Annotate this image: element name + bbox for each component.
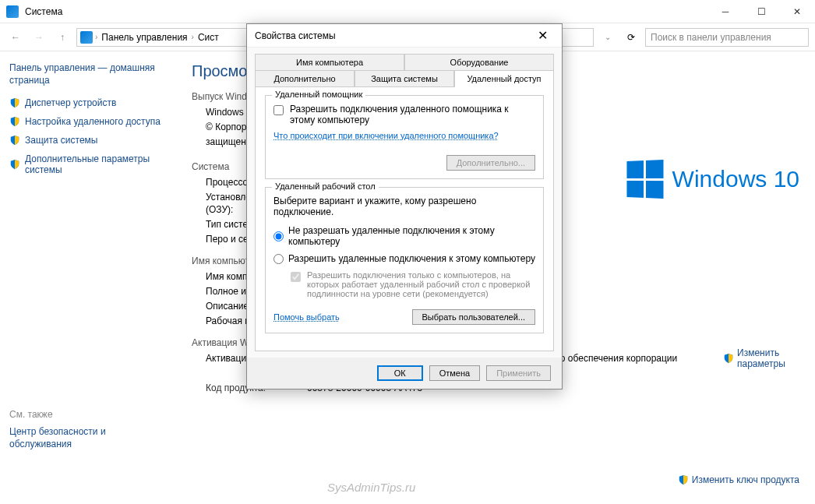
shield-icon	[9, 159, 20, 170]
sidebar-item-label: Дополнительные параметры системы	[25, 153, 161, 175]
remote-assistance-help-link[interactable]: Что происходит при включении удаленного …	[273, 131, 499, 140]
change-settings-link[interactable]: Изменить параметры	[723, 347, 799, 369]
chevron-right-icon: ›	[192, 33, 194, 41]
checkbox-label: Разрешить подключения только с компьютер…	[307, 270, 535, 298]
nla-checkbox: Разрешить подключения только с компьютер…	[291, 270, 535, 298]
back-button[interactable]: ←	[6, 28, 25, 47]
label: (ОЗУ):	[206, 204, 233, 215]
checkbox-input	[291, 272, 301, 282]
radio-label: Не разрешать удаленные подключения к это…	[288, 225, 535, 247]
sidebar-item-device-manager[interactable]: Диспетчер устройств	[9, 97, 161, 108]
dialog-title: Свойства системы	[255, 30, 531, 41]
checkbox-input[interactable]	[273, 105, 284, 115]
windows-logo: Windows 10	[626, 160, 799, 198]
checkbox-label: Разрешить подключения удаленного помощни…	[290, 104, 535, 125]
allow-remote-assistance-checkbox[interactable]: Разрешить подключения удаленного помощни…	[273, 104, 535, 125]
watermark: SysAdminTips.ru	[327, 481, 415, 494]
sidebar-item-label: Диспетчер устройств	[25, 97, 116, 108]
shield-icon	[723, 353, 734, 364]
group-title: Удаленный рабочий стол	[272, 182, 379, 191]
ok-button[interactable]: ОК	[377, 365, 423, 381]
shield-icon	[9, 97, 20, 108]
radio-input[interactable]	[273, 254, 284, 264]
sidebar-item-protection[interactable]: Защита системы	[9, 135, 161, 146]
chevron-right-icon: ›	[95, 33, 97, 41]
refresh-button[interactable]: ⟳	[622, 28, 640, 47]
radio-deny-remote[interactable]: Не разрешать удаленные подключения к это…	[273, 225, 535, 247]
help-choose-link[interactable]: Помочь выбрать	[273, 312, 340, 322]
radio-input[interactable]	[273, 231, 284, 241]
advanced-button[interactable]: Дополнительно...	[446, 155, 535, 171]
up-button[interactable]: ↑	[53, 28, 72, 47]
select-users-button[interactable]: Выбрать пользователей...	[412, 309, 536, 325]
close-button[interactable]: ✕	[779, 0, 815, 23]
change-product-key-link[interactable]: Изменить ключ продукта	[678, 474, 799, 485]
sidebar-item-label: Настройка удаленного доступа	[25, 116, 161, 127]
maximize-button[interactable]: ☐	[743, 0, 779, 23]
tab-protection[interactable]: Защита системы	[355, 70, 454, 86]
radio-label: Разрешить удаленные подключения к этому …	[288, 253, 535, 264]
shield-icon	[678, 474, 689, 485]
sidebar-item-advanced[interactable]: Дополнительные параметры системы	[9, 153, 161, 175]
label: Описание:	[206, 301, 252, 312]
group-description: Выберите вариант и укажите, кому разреше…	[273, 196, 535, 217]
breadcrumb-item[interactable]: Панель управления	[100, 32, 189, 43]
control-panel-icon	[80, 31, 93, 44]
tab-advanced[interactable]: Дополнительно	[255, 70, 355, 86]
radio-allow-remote[interactable]: Разрешить удаленные подключения к этому …	[273, 253, 535, 264]
windows-logo-text: Windows 10	[672, 166, 799, 192]
tab-computer-name[interactable]: Имя компьютера	[255, 54, 404, 70]
cancel-button[interactable]: Отмена	[429, 365, 480, 381]
system-icon	[6, 5, 19, 18]
tab-remote[interactable]: Удаленный доступ	[454, 70, 554, 86]
value: © Корпора	[206, 122, 252, 132]
shield-icon	[9, 135, 20, 146]
sidebar-item-remote[interactable]: Настройка удаленного доступа	[9, 116, 161, 127]
apply-button[interactable]: Применить	[486, 365, 551, 381]
shield-icon	[9, 116, 20, 127]
dropdown-icon[interactable]: ⌄	[598, 28, 617, 47]
minimize-button[interactable]: ─	[707, 0, 743, 23]
link-label: Изменить параметры	[737, 347, 799, 369]
breadcrumb-item[interactable]: Сист	[196, 32, 221, 43]
search-input[interactable]: Поиск в панели управления	[645, 28, 809, 47]
tab-hardware[interactable]: Оборудование	[404, 54, 554, 70]
forward-button[interactable]: →	[30, 28, 48, 47]
window-title: Система	[25, 6, 809, 17]
sidebar-item-label: Защита системы	[25, 135, 97, 146]
sidebar-heading[interactable]: Панель управления — домашняя страница	[9, 62, 161, 86]
close-icon[interactable]: ✕	[531, 24, 554, 48]
see-also-heading: См. также	[9, 409, 161, 420]
system-properties-dialog: Свойства системы ✕ Имя компьютера Оборуд…	[246, 23, 563, 389]
group-title: Удаленный помощник	[272, 90, 365, 99]
link-label: Изменить ключ продукта	[692, 474, 799, 485]
see-also-link[interactable]: Центр безопасности и обслуживания	[9, 426, 161, 450]
